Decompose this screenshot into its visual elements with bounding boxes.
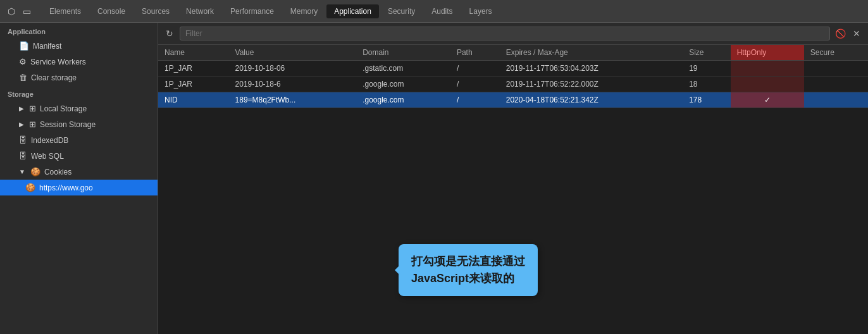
col-path[interactable]: Path [450,45,500,61]
tab-performance[interactable]: Performance [223,4,282,18]
sidebar-item-local-storage-label: Local Storage [40,104,87,113]
sidebar-item-cookies-label: Cookies [44,168,71,176]
tab-console[interactable]: Console [90,4,133,18]
mobile-icon[interactable]: ▭ [20,5,33,18]
sidebar-item-manifest[interactable]: 📄 Manifest [0,38,158,54]
col-name[interactable]: Name [158,45,229,61]
cookies-table: Name Value Domain Path Expires / Max-Age… [158,45,868,108]
cell-domain: .google.com [356,77,450,92]
tab-layers[interactable]: Layers [462,4,500,18]
cell-value: 2019-10-18-6 [229,77,357,92]
application-section-title: Application [0,23,158,38]
col-secure[interactable]: Secure [804,45,868,61]
sidebar-item-indexeddb-label: IndexedDB [31,136,68,145]
cell-httponly [731,61,804,77]
web-sql-icon: 🗄 [19,151,27,161]
tab-application[interactable]: Application [326,4,379,18]
col-httponly[interactable]: HttpOnly [731,45,804,61]
cell-expires: 2019-11-17T06:52:22.000Z [500,77,683,92]
session-storage-icon: ⊞ [29,120,36,129]
cell-secure [804,92,868,108]
cell-size: 178 [683,92,731,108]
tab-sources[interactable]: Sources [134,4,177,18]
cell-name: 1P_JAR [158,61,229,77]
tab-bar: ⬡ ▭ Elements Console Sources Network Per… [0,0,868,23]
cell-size: 19 [683,61,731,77]
callout-line2: JavaScript来读取的 [411,270,525,287]
col-expires[interactable]: Expires / Max-Age [500,45,683,61]
cell-path: / [450,77,500,92]
col-domain[interactable]: Domain [356,45,450,61]
cell-secure [804,77,868,92]
cell-path: / [450,61,500,77]
sidebar-item-clear-storage[interactable]: 🗑 Clear storage [0,70,158,85]
sidebar-item-google-cookies-label: https://www.goo [39,183,93,192]
tab-elements[interactable]: Elements [42,4,89,18]
main-layout: Application 📄 Manifest ⚙ Service Workers… [0,23,868,334]
cell-name: NID [158,92,229,108]
clear-storage-icon: 🗑 [19,73,27,82]
table-row[interactable]: 1P_JAR2019-10-18-6.google.com/2019-11-17… [158,77,868,92]
sidebar-item-session-storage-label: Session Storage [40,120,96,129]
sidebar-item-local-storage[interactable]: ▶ ⊞ Local Storage [0,101,158,116]
col-size[interactable]: Size [683,45,731,61]
cell-expires: 2020-04-18T06:52:21.342Z [500,92,683,108]
google-cookies-icon: 🍪 [25,183,35,192]
cell-value: 189=M8q2FtWb... [229,92,357,108]
sidebar-item-session-storage[interactable]: ▶ ⊞ Session Storage [0,116,158,132]
local-storage-expand-icon: ▶ [19,105,24,112]
sidebar-item-indexeddb[interactable]: 🗄 IndexedDB [0,132,158,148]
col-value[interactable]: Value [229,45,357,61]
table-row[interactable]: NID189=M8q2FtWb....google.com/2020-04-18… [158,92,868,108]
filter-clear-button[interactable]: 🚫 [834,27,846,40]
sidebar-item-manifest-label: Manifest [33,42,61,51]
sidebar-item-cookies[interactable]: ▼ 🍪 Cookies [0,164,158,180]
tab-network[interactable]: Network [178,4,221,18]
indexeddb-icon: 🗄 [19,135,27,145]
cell-secure [804,61,868,77]
cell-httponly: ✓ [731,92,804,108]
service-workers-icon: ⚙ [19,57,27,66]
cell-httponly [731,77,804,92]
tab-security[interactable]: Security [380,4,423,18]
tab-memory[interactable]: Memory [283,4,325,18]
cell-value: 2019-10-18-06 [229,61,357,77]
sidebar-item-google-cookies[interactable]: 🍪 https://www.goo [0,180,158,195]
local-storage-icon: ⊞ [29,104,36,113]
sidebar-item-service-workers[interactable]: ⚙ Service Workers [0,54,158,70]
storage-section-title: Storage [0,85,158,101]
cookies-icon: 🍪 [30,167,40,176]
devtools-icons: ⬡ ▭ [5,5,33,18]
cell-expires: 2019-11-17T06:53:04.203Z [500,61,683,77]
table-row[interactable]: 1P_JAR2019-10-18-06.gstatic.com/2019-11-… [158,61,868,77]
cell-name: 1P_JAR [158,77,229,92]
cursor-icon[interactable]: ⬡ [5,5,18,18]
cell-path: / [450,92,500,108]
cell-size: 18 [683,77,731,92]
session-storage-expand-icon: ▶ [19,121,24,128]
tab-audits[interactable]: Audits [424,4,460,18]
table-header-row: Name Value Domain Path Expires / Max-Age… [158,45,868,61]
sidebar: Application 📄 Manifest ⚙ Service Workers… [0,23,158,334]
cell-domain: .google.com [356,92,450,108]
cell-domain: .gstatic.com [356,61,450,77]
refresh-button[interactable]: ↻ [163,27,176,40]
filter-close-button[interactable]: ✕ [850,27,863,40]
filter-bar: ↻ 🚫 ✕ [158,23,868,45]
sidebar-item-service-workers-label: Service Workers [30,58,86,66]
cookies-expand-icon: ▼ [19,168,25,175]
filter-input[interactable] [180,27,830,40]
callout-line1: 打勾项是无法直接通过 [411,253,525,270]
table-body: 1P_JAR2019-10-18-06.gstatic.com/2019-11-… [158,61,868,108]
sidebar-item-web-sql[interactable]: 🗄 Web SQL [0,148,158,164]
sidebar-item-clear-storage-label: Clear storage [31,73,77,82]
manifest-icon: 📄 [19,41,29,51]
sidebar-item-web-sql-label: Web SQL [31,152,64,161]
content-area: ↻ 🚫 ✕ Name Value Domain Path Expires / M… [158,23,868,334]
callout-tooltip: 打勾项是无法直接通过 JavaScript来读取的 [399,244,538,296]
